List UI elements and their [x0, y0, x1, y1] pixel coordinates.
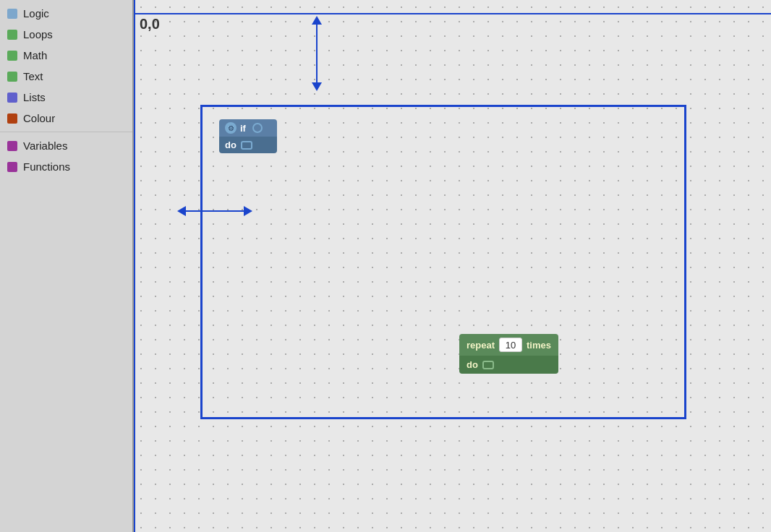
sidebar-item-lists[interactable]: Lists — [0, 87, 132, 108]
repeat-block-bottom: do — [459, 356, 558, 374]
variables-color-dot — [7, 141, 17, 151]
sidebar-item-label-functions: Functions — [23, 160, 70, 173]
coords-label: 0,0 — [140, 16, 160, 33]
if-block-bottom: do — [219, 137, 277, 153]
sidebar-item-text[interactable]: Text — [0, 66, 132, 87]
sidebar-item-variables[interactable]: Variables — [0, 135, 132, 156]
if-do-label: do — [225, 140, 237, 150]
sidebar-item-label-logic: Logic — [23, 7, 49, 20]
sidebar-item-label-lists: Lists — [23, 91, 46, 103]
sidebar-item-label-variables: Variables — [23, 140, 67, 152]
if-block[interactable]: ⚙ if do — [219, 119, 277, 153]
sidebar-item-math[interactable]: Math — [0, 45, 132, 66]
repeat-do-label: do — [467, 359, 478, 370]
if-label: if — [240, 123, 246, 134]
horizontal-arrow — [177, 206, 252, 216]
sidebar: Logic Loops Math Text Lists Colour Varia… — [0, 0, 134, 532]
vertical-arrow — [312, 16, 322, 91]
times-label: times — [527, 340, 551, 351]
arrowhead-left-icon — [177, 206, 186, 216]
loops-color-dot — [7, 30, 17, 40]
sidebar-item-functions[interactable]: Functions — [0, 156, 132, 177]
if-do-notch — [241, 141, 252, 150]
arrowhead-right-icon — [244, 206, 252, 216]
sidebar-item-label-loops: Loops — [23, 28, 53, 40]
functions-color-dot — [7, 162, 17, 172]
vertical-arrow-line — [316, 25, 318, 82]
arrowhead-down-icon — [312, 82, 322, 91]
canvas-area[interactable]: 0,0 ⚙ if do repeat — [134, 0, 771, 532]
horizontal-arrow-line — [186, 210, 244, 212]
repeat-label: repeat — [467, 340, 495, 351]
repeat-times-input[interactable]: 10 — [499, 338, 522, 352]
if-block-top: ⚙ if — [219, 119, 277, 137]
sidebar-item-colour[interactable]: Colour — [0, 108, 132, 129]
lists-color-dot — [7, 93, 17, 103]
repeat-block[interactable]: repeat 10 times do — [459, 334, 558, 374]
colour-color-dot — [7, 113, 17, 124]
logic-color-dot — [7, 9, 17, 19]
math-color-dot — [7, 51, 17, 61]
text-color-dot — [7, 72, 17, 82]
gear-icon[interactable]: ⚙ — [225, 122, 237, 134]
repeat-do-notch — [482, 361, 494, 369]
sidebar-item-label-text: Text — [23, 70, 43, 82]
sidebar-item-label-math: Math — [23, 49, 47, 61]
if-condition-notch — [252, 123, 263, 133]
vertical-axis-line — [134, 0, 135, 532]
sidebar-item-loops[interactable]: Loops — [0, 24, 132, 45]
sidebar-divider — [0, 132, 132, 132]
repeat-block-top: repeat 10 times — [459, 334, 558, 356]
sidebar-item-logic[interactable]: Logic — [0, 3, 132, 24]
arrowhead-up-icon — [312, 16, 322, 25]
horizontal-axis-line — [134, 13, 771, 14]
sidebar-item-label-colour: Colour — [23, 112, 55, 124]
